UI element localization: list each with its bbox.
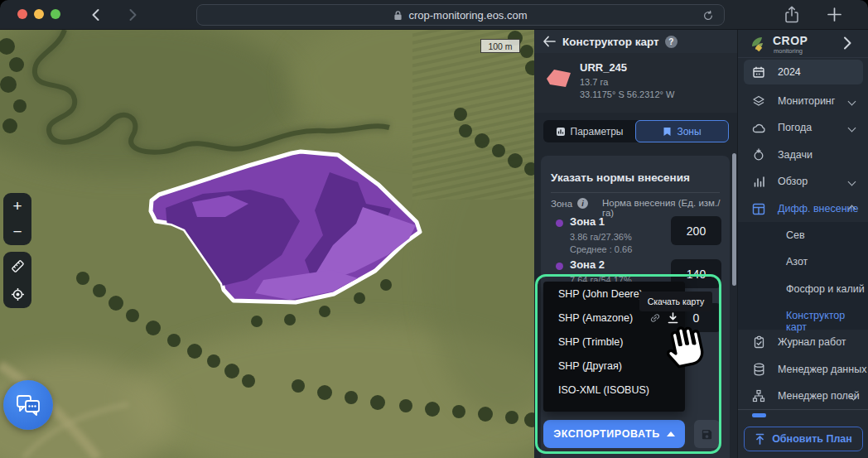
sidebar-item-tasks[interactable]: Задачи bbox=[738, 142, 868, 168]
sidebar-item-label: Погода bbox=[778, 122, 812, 133]
field-area: 13.7 га bbox=[580, 77, 608, 87]
url-text: crop-monitoring.eos.com bbox=[408, 9, 527, 22]
help-icon[interactable]: ? bbox=[665, 36, 678, 48]
sidebar-item-fields-manager[interactable]: Менеджер полей bbox=[738, 383, 868, 409]
back-arrow-icon[interactable] bbox=[542, 36, 556, 47]
lock-icon bbox=[393, 10, 403, 21]
map-constructor-panel: Конструктор карт ? URR_245 13.7 га 33.11… bbox=[534, 30, 737, 458]
export-format-amazone-label: SHP (Amazone) bbox=[558, 312, 633, 324]
zoom-window-button[interactable] bbox=[51, 9, 60, 19]
tab-zones-label: Зоны bbox=[677, 126, 701, 137]
sidebar-item-label: 2024 bbox=[778, 66, 801, 78]
zone1-name: Зона 1 bbox=[570, 215, 605, 228]
logo-row: CROP monitoring bbox=[738, 30, 868, 58]
chevron-down-icon bbox=[848, 177, 856, 186]
zone2-color-dot bbox=[556, 263, 563, 270]
field-info-card[interactable]: URR_245 13.7 га 33.1175° S 56.2312° W bbox=[534, 53, 737, 113]
tab-parameters[interactable]: Параметры bbox=[543, 120, 635, 142]
main-sidebar: CROP monitoring 2024 Мониторинг Погода З… bbox=[737, 30, 868, 458]
sidebar-item-label: Задачи bbox=[778, 149, 813, 161]
zones-flag-icon bbox=[663, 127, 672, 137]
geo-pin-icon bbox=[752, 148, 765, 162]
sidebar-item-monitoring[interactable]: Мониторинг bbox=[738, 88, 868, 114]
zoom-in-button[interactable]: + bbox=[3, 193, 31, 219]
map-scale-indicator: 100 m bbox=[480, 39, 520, 53]
collapse-sidebar-icon[interactable] bbox=[841, 36, 853, 51]
logo-title: CROP bbox=[773, 34, 808, 47]
sidebar-item-label: Менеджер полей bbox=[778, 390, 860, 402]
panel-title: Конструктор карт bbox=[562, 36, 659, 48]
submenu-item-sowing[interactable]: Сев bbox=[786, 229, 805, 241]
section-title: Указать нормы внесения bbox=[551, 171, 690, 184]
tab-parameters-label: Параметры bbox=[571, 126, 624, 137]
panel-scrollbar[interactable] bbox=[732, 153, 736, 286]
sidebar-item-work-log[interactable]: Журнал работ bbox=[738, 329, 868, 355]
grid-layout-icon bbox=[752, 203, 765, 215]
share-icon[interactable] bbox=[784, 6, 799, 24]
save-floppy-icon bbox=[701, 428, 713, 441]
info-icon[interactable]: i bbox=[577, 198, 588, 209]
caret-up-icon bbox=[667, 431, 675, 436]
field-name: URR_245 bbox=[580, 61, 627, 74]
column-rate: Норма внесения (Ед. изм./га) bbox=[602, 198, 730, 218]
copy-link-icon[interactable] bbox=[649, 312, 661, 324]
app-window: crop-monitoring.eos.com bbox=[0, 0, 868, 458]
browser-back-icon[interactable] bbox=[88, 7, 104, 23]
crop-monitoring-logo-icon bbox=[749, 35, 769, 53]
sidebar-item-label: Мониторинг bbox=[778, 95, 835, 107]
tab-zones[interactable]: Зоны bbox=[635, 120, 729, 142]
reload-icon[interactable] bbox=[702, 10, 714, 22]
submenu-item-phosphorus[interactable]: Фосфор и калий bbox=[786, 283, 865, 295]
minimize-window-button[interactable] bbox=[34, 9, 44, 19]
close-window-button[interactable] bbox=[17, 9, 27, 19]
map-scale-label: 100 m bbox=[488, 41, 512, 51]
save-map-button[interactable] bbox=[694, 420, 720, 448]
bar-chart-icon bbox=[753, 176, 765, 188]
support-chat-button[interactable] bbox=[3, 380, 53, 430]
sidebar-item-diff-application[interactable]: Дифф. внесение bbox=[738, 195, 868, 222]
column-zone: Зона bbox=[551, 199, 572, 209]
sidebar-divider bbox=[738, 409, 868, 410]
chevron-down-icon bbox=[848, 97, 856, 105]
cloud-icon bbox=[752, 123, 766, 133]
zone1-area: 3.86 га/27.36% bbox=[570, 232, 632, 242]
map-zoom-control: + − bbox=[3, 193, 31, 245]
partially-visible-item-icon bbox=[752, 413, 766, 417]
sidebar-item-season[interactable]: 2024 bbox=[738, 59, 868, 85]
sidebar-item-label: Менеджер данных bbox=[778, 364, 866, 375]
browser-toolbar: crop-monitoring.eos.com bbox=[0, 0, 868, 30]
new-tab-icon[interactable] bbox=[827, 7, 842, 22]
export-button[interactable]: ЭКСПОРТИРОВАТЬ bbox=[543, 420, 685, 448]
layers-icon bbox=[752, 95, 765, 108]
update-plan-label: Обновить План bbox=[772, 433, 852, 445]
sidebar-item-overview[interactable]: Обзор bbox=[738, 168, 868, 195]
zone1-rate-input[interactable]: 200 bbox=[671, 216, 721, 245]
browser-forward-icon[interactable] bbox=[124, 7, 141, 23]
calendar-icon bbox=[752, 65, 765, 79]
address-bar[interactable]: crop-monitoring.eos.com bbox=[196, 4, 725, 26]
update-plan-button[interactable]: Обновить План bbox=[744, 427, 863, 451]
map-tools-control bbox=[3, 252, 31, 308]
locate-crosshair-icon[interactable] bbox=[11, 287, 25, 301]
logo-subtitle: monitoring bbox=[774, 47, 803, 55]
org-chart-icon bbox=[752, 389, 765, 403]
upload-arrow-icon bbox=[755, 433, 765, 445]
export-button-label: ЭКСПОРТИРОВАТЬ bbox=[553, 428, 660, 440]
zone1-average: Среднее : 0.66 bbox=[570, 244, 632, 254]
measure-ruler-icon[interactable] bbox=[11, 259, 25, 273]
field-coordinates: 33.1175° S 56.2312° W bbox=[580, 89, 674, 99]
cursor-hand-icon bbox=[660, 320, 708, 371]
database-icon bbox=[753, 363, 765, 376]
zone1-color-dot bbox=[556, 219, 563, 227]
zone2-name: Зона 2 bbox=[570, 258, 605, 271]
sidebar-item-data-manager[interactable]: Менеджер данных bbox=[738, 356, 868, 383]
submenu-item-nitrogen[interactable]: Азот bbox=[786, 256, 808, 268]
panel-tabs: Параметры Зоны bbox=[543, 120, 729, 142]
zoom-out-button[interactable]: − bbox=[3, 219, 31, 244]
sidebar-item-weather[interactable]: Погода bbox=[738, 114, 868, 141]
panel-header: Конструктор карт ? bbox=[534, 30, 737, 53]
parameters-chart-icon bbox=[556, 127, 566, 137]
chat-bubbles-icon bbox=[16, 394, 41, 416]
map-canvas[interactable]: 100 m + − bbox=[0, 30, 534, 458]
export-format-option-isoxml[interactable]: ISO-XML (ISOBUS) bbox=[543, 378, 685, 402]
